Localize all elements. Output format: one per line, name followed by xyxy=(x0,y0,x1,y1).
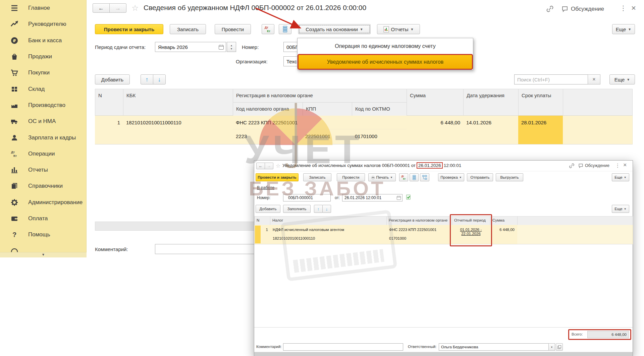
dtkt-register-button[interactable]: ДтКт xyxy=(399,173,408,181)
col-header-sum[interactable]: Сумма xyxy=(407,89,464,116)
status-link[interactable]: В работе xyxy=(257,185,274,190)
col-header-withhold-date[interactable]: Дата удержания xyxy=(463,89,519,116)
number-input[interactable]: 00БП-000001 xyxy=(283,194,331,201)
fill-button[interactable]: Заполнить xyxy=(283,205,311,213)
more-button[interactable]: Еще▼ xyxy=(612,24,635,34)
cell-sum[interactable]: 6 448,00 xyxy=(490,225,518,244)
sidebar-item-administrirovanie[interactable]: Администрирование xyxy=(0,194,86,211)
sidebar-scroll-down[interactable]: ▼ xyxy=(0,252,87,257)
move-down-button[interactable]: ↓ xyxy=(322,205,331,213)
cell-sum[interactable]: 6 448,00 xyxy=(407,116,464,144)
edo-state-icon[interactable] xyxy=(406,194,412,201)
write-button[interactable]: Записать xyxy=(303,173,331,181)
add-row-button[interactable]: Добавить xyxy=(256,205,280,213)
reports-button[interactable]: Отчеты▼ xyxy=(377,24,420,34)
post-and-close-button[interactable]: Провести и закрыть xyxy=(256,173,299,181)
sidebar-item-operacii[interactable]: ДтКт Операции xyxy=(0,146,86,162)
table-more-button[interactable]: Еще▼ xyxy=(609,74,635,84)
search-input[interactable] xyxy=(514,74,588,84)
sidebar-item-pokupki[interactable]: Покупки xyxy=(0,65,86,81)
period-stepper[interactable]: ▲▼ xyxy=(227,42,236,52)
cell-period[interactable]: 01.01.2026 - 22.01.2026 xyxy=(452,225,490,244)
discussion-label[interactable]: Обсуждение xyxy=(585,163,609,168)
add-row-button[interactable]: Добавить xyxy=(95,74,130,84)
discussion-label[interactable]: Обсуждение xyxy=(571,6,604,12)
send-button[interactable]: Отправить xyxy=(467,173,493,181)
check-button[interactable]: Проверка▼ xyxy=(438,173,464,181)
col-header-kpp[interactable]: КПП xyxy=(303,102,352,116)
export-button[interactable]: Выгрузить xyxy=(496,173,523,181)
sidebar-item-sklad[interactable]: Склад xyxy=(0,81,86,97)
col-header-registration[interactable]: Регистрация в налоговом органе xyxy=(233,89,407,103)
back-button[interactable]: ← xyxy=(93,3,110,13)
cell-n[interactable]: 1 xyxy=(95,116,123,144)
responsible-dropdown-button[interactable]: ▼ xyxy=(548,343,555,351)
favorite-star-icon[interactable]: ☆ xyxy=(276,163,280,169)
col-header-sum[interactable]: Сумма xyxy=(490,216,518,225)
back-button[interactable]: ← xyxy=(256,163,265,169)
clear-search-button[interactable]: × xyxy=(588,74,600,84)
link-icon[interactable] xyxy=(569,163,575,170)
cell-withhold-date[interactable]: 14.01.2026 xyxy=(463,116,519,144)
forward-button[interactable]: → xyxy=(109,3,126,13)
move-up-button[interactable]: ↑ xyxy=(314,205,323,213)
forward-button[interactable]: → xyxy=(265,163,273,169)
sidebar-item-bank-kassa[interactable]: ₽ Банк и касса xyxy=(0,33,86,49)
kebab-menu-icon[interactable]: ⋮ xyxy=(620,4,627,12)
sidebar-item-otchety[interactable]: Отчеты xyxy=(0,162,86,178)
menu-item-ens-operation[interactable]: Операция по единому налоговому счету xyxy=(298,38,473,54)
col-header-oktmo[interactable]: Код по ОКТМО xyxy=(352,102,407,116)
print-button[interactable]: Печать▼ xyxy=(368,173,396,181)
discussion-icon[interactable] xyxy=(561,6,568,14)
register-records-button[interactable] xyxy=(410,173,419,181)
responsible-open-button[interactable] xyxy=(556,343,563,351)
col-header-n[interactable]: N xyxy=(254,216,270,225)
cell-registration[interactable]: ФНС 2223 КПП 222501001 2223 222501001 01… xyxy=(233,116,407,144)
cell-tax[interactable]: НДФЛ исчисленный налоговым агентом 18210… xyxy=(270,225,387,244)
responsible-input[interactable]: Ольга Бердечникова xyxy=(439,343,549,351)
col-header-n[interactable]: N xyxy=(95,89,123,116)
cell-n[interactable]: 1 xyxy=(254,225,270,244)
post-and-close-button[interactable]: Провести и закрыть xyxy=(95,24,163,34)
cell-registration[interactable]: ФНС 2223 КПП 222501001 01701000 xyxy=(386,225,452,244)
sidebar-item-os-nma[interactable]: ОС и НМА xyxy=(0,113,86,129)
move-down-button[interactable]: ↓ xyxy=(153,74,166,84)
cell-kbk[interactable]: 18210102010011000110 xyxy=(123,116,233,144)
col-header-kbk[interactable]: КБК xyxy=(123,89,233,116)
more-button[interactable]: Еще▼ xyxy=(612,173,629,181)
sidebar-item-partial[interactable] xyxy=(0,243,86,252)
sidebar-item-rukovoditelyu[interactable]: Руководителю xyxy=(0,16,86,32)
calendar-icon[interactable] xyxy=(396,195,401,201)
col-header-due-date[interactable]: Срок уплаты xyxy=(518,89,563,116)
link-icon[interactable] xyxy=(546,5,554,14)
discussion-icon[interactable] xyxy=(578,163,583,170)
period-input[interactable]: Январь 2026 xyxy=(155,42,226,52)
move-up-button[interactable]: ↑ xyxy=(141,74,153,84)
sidebar-item-pomosch[interactable]: ? Помощь xyxy=(0,227,86,243)
post-button[interactable]: Провести xyxy=(215,24,251,34)
register-records-button[interactable] xyxy=(279,24,291,34)
write-button[interactable]: Записать xyxy=(170,24,206,34)
sidebar-item-spravochniki[interactable]: Справочники xyxy=(0,178,86,194)
post-button[interactable]: Провести xyxy=(337,173,365,181)
sidebar-item-proizvodstvo[interactable]: Производство xyxy=(0,97,86,113)
col-header-period[interactable]: Отчетный период xyxy=(452,216,490,225)
sidebar-item-prodazhi[interactable]: Продажи xyxy=(0,49,86,65)
close-icon[interactable]: × xyxy=(631,3,636,13)
col-header-registration[interactable]: Регистрация в налоговом органе xyxy=(386,216,452,225)
sidebar-item-oplata[interactable]: Оплата xyxy=(0,211,86,227)
calendar-icon[interactable] xyxy=(218,44,224,51)
date-input[interactable]: 26.01.2026 12:00:01 xyxy=(342,194,402,201)
favorite-star-icon[interactable]: ☆ xyxy=(131,3,139,13)
table-more-button[interactable]: Еще▼ xyxy=(612,205,629,213)
sidebar-item-glavnoe[interactable]: Главное xyxy=(0,0,86,16)
sidebar-item-zarplata-kadry[interactable]: Зарплата и кадры xyxy=(0,129,86,145)
close-icon[interactable]: × xyxy=(623,162,627,169)
col-header-tax[interactable]: Налог xyxy=(270,216,387,225)
create-based-on-button[interactable]: Создать на основании▼ xyxy=(298,24,371,34)
menu-item-tax-notification[interactable]: Уведомление об исчисленных суммах налого… xyxy=(298,54,473,70)
comment-input[interactable] xyxy=(283,343,403,351)
kebab-menu-icon[interactable]: ⋮ xyxy=(615,163,620,169)
structure-button[interactable] xyxy=(420,173,429,181)
col-header-tax-authority-code[interactable]: Код налогового органа xyxy=(233,102,303,116)
